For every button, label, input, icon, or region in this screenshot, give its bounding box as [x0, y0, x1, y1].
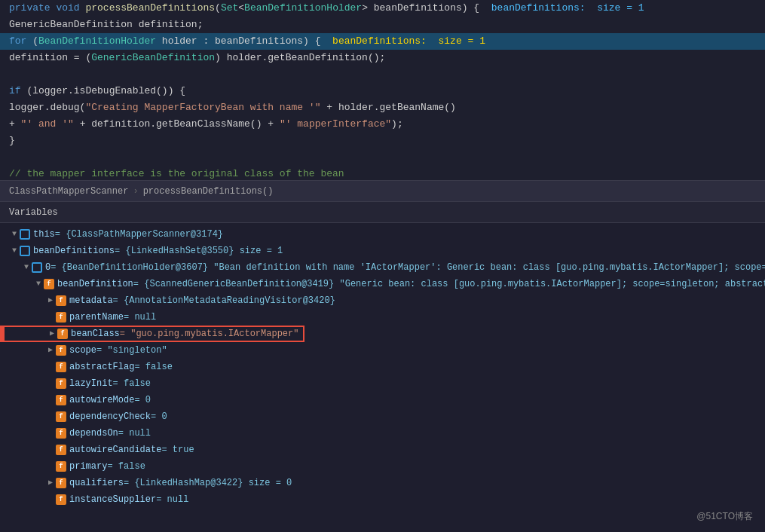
var-name-primary-row: primary	[69, 458, 107, 475]
var-name-beanDefinition-row: beanDefinition	[57, 276, 133, 292]
var-icon-beanClass-row: f	[57, 329, 68, 339]
code-line-4	[0, 66, 765, 83]
var-icon-scope-row: f	[56, 345, 66, 356]
parentName-row[interactable]: fparentName = null	[0, 309, 765, 326]
qualifiers-row[interactable]: fqualifiers = {LinkedHashMap@3422} size …	[0, 475, 765, 491]
breadcrumb-method: processBeanDefinitions()	[143, 186, 274, 197]
code-line-7: + "' and '" + definition.getBeanClassNam…	[0, 116, 765, 133]
code-line-1: GenericBeanDefinition definition;	[0, 17, 765, 33]
var-icon-zero-row	[32, 262, 42, 273]
beanDefinitions-row[interactable]: beanDefinitions = {LinkedHashSet@3550} s…	[0, 243, 765, 259]
var-name-scope-row: scope	[69, 342, 96, 359]
var-value-metadata-row: = {AnnotationMetadataReadingVisitor@3420…	[113, 292, 335, 309]
variables-content: this = {ClassPathMapperScanner@3174}bean…	[0, 223, 765, 511]
var-icon-parentName-row: f	[56, 312, 66, 323]
expand-arrow-scope-row[interactable]	[45, 342, 56, 359]
code-editor: private void processBeanDefinitions(Set<…	[0, 0, 765, 181]
variables-header: Variables	[0, 202, 765, 223]
var-icon-autowireCandidate-row: f	[56, 445, 66, 455]
var-name-zero-row: 0	[45, 259, 50, 276]
dependsOn-row[interactable]: fdependsOn = null	[0, 425, 765, 442]
autowireCandidate-row[interactable]: fautowireCandidate = true	[0, 442, 765, 458]
var-icon-instanceSupplier-row: f	[56, 494, 66, 505]
code-line-8: }	[0, 133, 765, 149]
var-icon-dependsOn-row: f	[56, 428, 66, 439]
var-name-beanDefinitions-row: beanDefinitions	[33, 243, 115, 259]
lazyInit-row[interactable]: flazyInit = false	[0, 375, 765, 392]
var-value-beanDefinitions-row: = {LinkedHashSet@3550} size = 1	[115, 243, 283, 259]
breadcrumb-separator: ›	[133, 186, 138, 197]
var-value-abstractFlag-row: = false	[134, 359, 172, 375]
var-name-this-row: this	[33, 226, 55, 243]
code-line-10: // the mapper interface is the original …	[0, 166, 765, 181]
var-value-qualifiers-row: = {LinkedHashMap@3422} size = 0	[124, 475, 292, 491]
var-icon-autowireMode-row: f	[56, 395, 66, 405]
var-value-parentName-row: = null	[124, 309, 156, 326]
var-name-instanceSupplier-row: instanceSupplier	[69, 491, 156, 508]
var-icon-dependencyCheck-row: f	[56, 411, 66, 422]
dependencyCheck-row[interactable]: fdependencyCheck = 0	[0, 408, 765, 425]
var-value-beanDefinition-row: = {ScannedGenericBeanDefinition@3419} "G…	[133, 276, 765, 292]
metadata-row[interactable]: fmetadata = {AnnotationMetadataReadingVi…	[0, 292, 765, 309]
expand-arrow-qualifiers-row[interactable]	[45, 475, 56, 491]
var-value-dependsOn-row: = null	[118, 425, 151, 442]
var-name-beanClass-row: beanClass	[71, 326, 120, 342]
this-row[interactable]: this = {ClassPathMapperScanner@3174}	[0, 226, 765, 243]
var-value-autowireMode-row: = 0	[134, 392, 151, 408]
var-icon-qualifiers-row: f	[56, 478, 66, 488]
instanceSupplier-row[interactable]: finstanceSupplier = null	[0, 491, 765, 508]
code-line-3: definition = (GenericBeanDefinition) hol…	[0, 50, 765, 66]
code-line-6: logger.debug("Creating MapperFactoryBean…	[0, 99, 765, 116]
var-value-beanClass-row: = "guo.ping.mybatis.IActorMapper"	[120, 326, 299, 342]
var-name-lazyInit-row: lazyInit	[69, 375, 113, 392]
var-name-dependencyCheck-row: dependencyCheck	[69, 408, 151, 425]
var-value-dependencyCheck-row: = 0	[151, 408, 167, 425]
watermark: @51CTO博客	[696, 510, 753, 523]
breadcrumb-class: ClassPathMapperScanner	[9, 186, 128, 197]
code-line-5: if (logger.isDebugEnabled()) {	[0, 83, 765, 99]
var-value-scope-row: = "singleton"	[96, 342, 167, 359]
expand-arrow-beanDefinitions-row[interactable]	[9, 243, 20, 259]
var-icon-abstractFlag-row: f	[56, 362, 66, 372]
expand-arrow-zero-row[interactable]	[21, 259, 32, 276]
var-name-abstractFlag-row: abstractFlag	[69, 359, 134, 375]
var-value-instanceSupplier-row: = null	[156, 491, 188, 508]
expand-arrow-beanDefinition-row[interactable]	[33, 276, 44, 292]
variables-title: Variables	[9, 207, 58, 218]
variables-panel: Variables this = {ClassPathMapperScanner…	[0, 202, 765, 532]
var-icon-beanDefinitions-row	[20, 246, 30, 256]
var-name-autowireMode-row: autowireMode	[69, 392, 134, 408]
expand-arrow-this-row[interactable]	[9, 226, 20, 243]
beanClass-row[interactable]: fbeanClass = "guo.ping.mybatis.IActorMap…	[0, 326, 765, 342]
primary-row[interactable]: fprimary = false	[0, 458, 765, 475]
autowireMode-row[interactable]: fautowireMode = 0	[0, 392, 765, 408]
var-icon-this-row	[20, 229, 30, 240]
scope-row[interactable]: fscope = "singleton"	[0, 342, 765, 359]
beanDefinition-row[interactable]: fbeanDefinition = {ScannedGenericBeanDef…	[0, 276, 765, 292]
breadcrumb: ClassPathMapperScanner › processBeanDefi…	[0, 181, 765, 202]
expand-arrow-beanClass-row[interactable]	[47, 326, 57, 342]
var-value-primary-row: = false	[107, 458, 145, 475]
var-value-lazyInit-row: = false	[113, 375, 151, 392]
code-line-2: for (BeanDefinitionHolder holder : beanD…	[0, 33, 765, 50]
var-value-this-row: = {ClassPathMapperScanner@3174}	[55, 226, 223, 243]
var-name-parentName-row: parentName	[69, 309, 124, 326]
var-icon-primary-row: f	[56, 461, 66, 472]
var-value-zero-row: = {BeanDefinitionHolder@3607} "Bean defi…	[50, 259, 765, 276]
var-name-dependsOn-row: dependsOn	[69, 425, 118, 442]
var-value-autowireCandidate-row: = true	[161, 442, 194, 458]
var-name-metadata-row: metadata	[69, 292, 113, 309]
expand-arrow-metadata-row[interactable]	[45, 292, 56, 309]
var-icon-beanDefinition-row: f	[44, 279, 54, 289]
code-line-0: private void processBeanDefinitions(Set<…	[0, 0, 765, 17]
var-icon-metadata-row: f	[56, 295, 66, 306]
code-line-9	[0, 149, 765, 166]
var-icon-lazyInit-row: f	[56, 378, 66, 389]
var-name-autowireCandidate-row: autowireCandidate	[69, 442, 161, 458]
zero-row[interactable]: 0 = {BeanDefinitionHolder@3607} "Bean de…	[0, 259, 765, 276]
var-name-qualifiers-row: qualifiers	[69, 475, 124, 491]
abstractFlag-row[interactable]: fabstractFlag = false	[0, 359, 765, 375]
